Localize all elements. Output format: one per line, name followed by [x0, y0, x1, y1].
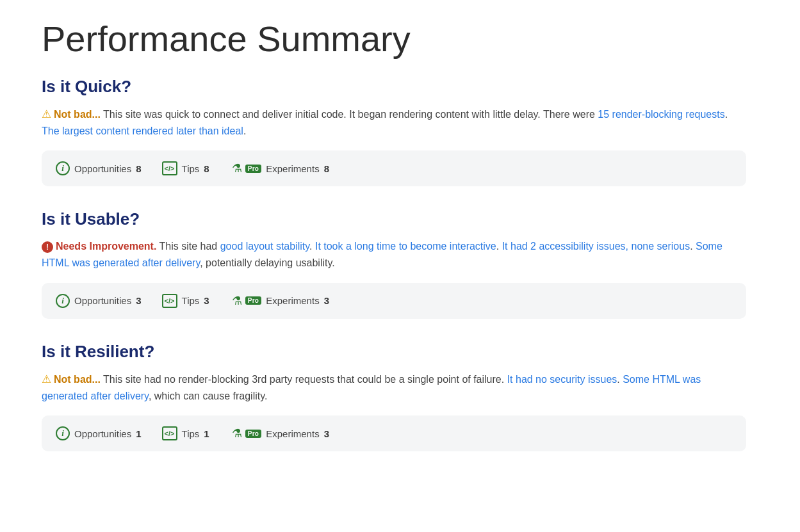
warning-icon: ⚠ [42, 106, 51, 123]
description-quick: ⚠Not bad... This site was quick to conne… [42, 106, 746, 140]
heading-resilient: Is it Resilient? [42, 342, 758, 362]
experiments-icon-wrap: ⚗Pro [230, 161, 262, 176]
status-label-quick: Not bad... [54, 109, 101, 120]
badge-label-tips: Tips [182, 295, 200, 306]
badge-count-opportunities: 3 [136, 295, 141, 306]
badge-tips[interactable]: </>Tips1 [162, 426, 209, 440]
badge-count-experiments: 8 [324, 163, 329, 174]
badge-label-tips: Tips [182, 163, 200, 174]
section-usable: Is it Usable?!Needs Improvement. This si… [42, 209, 758, 318]
description-usable: !Needs Improvement. This site had good l… [42, 238, 746, 271]
section-quick: Is it Quick?⚠Not bad... This site was qu… [42, 77, 758, 187]
desc-link[interactable]: 15 render-blocking requests [598, 109, 724, 120]
badge-count-tips: 3 [204, 295, 209, 306]
description-resilient: ⚠Not bad... This site had no render-bloc… [42, 371, 746, 405]
badge-count-opportunities: 8 [136, 163, 141, 174]
badge-count-tips: 1 [204, 428, 209, 439]
badge-opportunities[interactable]: iOpportunities8 [56, 161, 142, 175]
desc-link[interactable]: It had 2 accessibility issues, none seri… [502, 241, 690, 252]
page-title: Performance Summary [42, 19, 758, 59]
warning-icon: ⚠ [42, 371, 51, 388]
heading-quick: Is it Quick? [42, 77, 758, 97]
badge-opportunities[interactable]: iOpportunities1 [56, 426, 142, 440]
badge-label-experiments: Experiments [266, 163, 319, 174]
error-icon: ! [42, 241, 53, 253]
badge-tips[interactable]: </>Tips8 [162, 161, 209, 175]
badge-label-opportunities: Opportunities [74, 163, 131, 174]
badge-label-tips: Tips [182, 428, 200, 439]
badge-label-experiments: Experiments [266, 295, 319, 306]
badge-experiments[interactable]: ⚗ProExperiments3 [230, 293, 329, 309]
badge-bar-quick: iOpportunities8</>Tips8⚗ProExperiments8 [42, 150, 746, 186]
badge-label-opportunities: Opportunities [74, 428, 131, 439]
experiments-icon-wrap: ⚗Pro [230, 293, 262, 309]
badge-count-experiments: 3 [324, 295, 329, 306]
tips-icon: </> [162, 426, 177, 440]
badge-count-opportunities: 1 [136, 428, 141, 439]
info-icon: i [56, 294, 70, 308]
heading-usable: Is it Usable? [42, 209, 758, 229]
pro-badge: Pro [245, 430, 262, 438]
experiments-icon-wrap: ⚗Pro [230, 426, 262, 441]
badge-experiments[interactable]: ⚗ProExperiments8 [230, 161, 329, 176]
pro-badge: Pro [245, 296, 262, 305]
flask-icon: ⚗ [230, 293, 244, 309]
badge-tips[interactable]: </>Tips3 [162, 294, 209, 308]
tips-icon: </> [162, 294, 177, 308]
desc-link[interactable]: The largest content rendered later than … [42, 125, 243, 136]
badge-label-experiments: Experiments [266, 428, 319, 439]
status-label-resilient: Not bad... [54, 374, 101, 385]
tips-icon: </> [162, 161, 177, 175]
badge-count-tips: 8 [204, 163, 209, 174]
badge-opportunities[interactable]: iOpportunities3 [56, 294, 142, 308]
badge-experiments[interactable]: ⚗ProExperiments3 [230, 426, 329, 441]
badge-bar-resilient: iOpportunities1</>Tips1⚗ProExperiments3 [42, 415, 746, 451]
status-label-usable: Needs Improvement. [56, 241, 156, 252]
pro-badge: Pro [245, 165, 262, 173]
section-resilient: Is it Resilient?⚠Not bad... This site ha… [42, 342, 758, 452]
info-icon: i [56, 426, 70, 440]
desc-link[interactable]: It had no security issues [507, 374, 617, 385]
flask-icon: ⚗ [230, 161, 244, 176]
desc-link[interactable]: good layout stability [220, 241, 309, 252]
badge-count-experiments: 3 [324, 428, 329, 439]
flask-icon: ⚗ [230, 426, 244, 441]
badge-label-opportunities: Opportunities [74, 295, 131, 306]
desc-link[interactable]: It took a long time to become interactiv… [315, 241, 496, 252]
badge-bar-usable: iOpportunities3</>Tips3⚗ProExperiments3 [42, 283, 746, 319]
info-icon: i [56, 161, 70, 175]
